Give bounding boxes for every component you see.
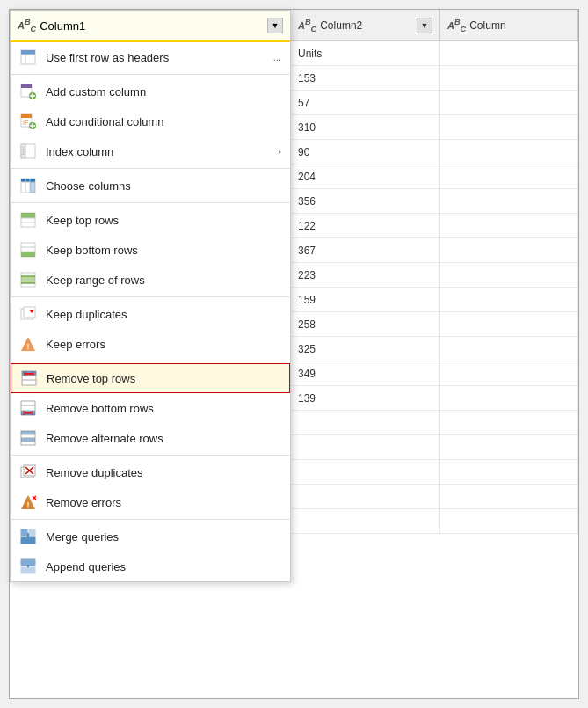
use-first-row-label: Use first row as headers <box>46 51 265 64</box>
menu-item-add-conditional-column[interactable]: IF Add conditional column <box>11 106 290 136</box>
keep-bottom-rows-label: Keep bottom rows <box>46 244 281 257</box>
col2-label: Column2 <box>320 19 413 32</box>
index-column-arrow: › <box>278 146 281 157</box>
svg-rect-56 <box>21 438 35 442</box>
col2-header[interactable]: ABC Column2 ▼ <box>291 10 440 40</box>
keep-range-of-rows-label: Keep range of rows <box>46 274 281 287</box>
col3-label: Column <box>469 19 570 32</box>
keep-errors-icon: ! <box>19 335 37 353</box>
menu-header-type-icon: ABC <box>18 18 36 33</box>
menu-item-add-custom-column[interactable]: Add custom column <box>11 77 290 106</box>
svg-text:IF: IF <box>23 120 28 126</box>
svg-rect-55 <box>21 431 35 434</box>
choose-columns-icon <box>19 177 37 194</box>
svg-rect-10 <box>21 114 32 118</box>
remove-duplicates-icon <box>19 463 37 481</box>
table-cell-r7-c1: 122 <box>291 214 440 237</box>
table-cell-r13-c2 <box>440 361 578 385</box>
svg-text:!: ! <box>27 500 30 509</box>
table-cell-r9-c1: 223 <box>291 263 440 287</box>
col2-dropdown-button[interactable]: ▼ <box>417 18 432 33</box>
table-cell-r18-c2 <box>440 485 578 508</box>
choose-columns-label: Choose columns <box>46 179 281 193</box>
svg-rect-70 <box>21 537 35 544</box>
table-cell-r17-c1 <box>291 460 440 484</box>
table-cell-r14-c1: 139 <box>291 386 440 410</box>
menu-item-remove-top-rows[interactable]: Remove top rows <box>11 363 290 393</box>
table-cell-r8-c2 <box>440 238 578 262</box>
menu-item-index-column[interactable]: 1 2 Index column› <box>11 136 290 166</box>
remove-bottom-rows-label: Remove bottom rows <box>46 402 281 415</box>
table-cell-r1-c2 <box>440 66 578 90</box>
remove-duplicates-label: Remove duplicates <box>46 466 281 479</box>
keep-duplicates-label: Keep duplicates <box>46 308 281 321</box>
menu-item-use-first-row[interactable]: Use first row as headers... <box>11 42 290 72</box>
svg-rect-1 <box>21 50 35 55</box>
table-cell-r10-c1: 159 <box>291 288 440 311</box>
svg-rect-72 <box>21 559 35 566</box>
menu-item-remove-bottom-rows[interactable]: Remove bottom rows <box>11 393 290 423</box>
svg-rect-5 <box>21 84 32 88</box>
table-cell-r3-c1: 310 <box>291 115 440 139</box>
menu-item-keep-errors[interactable]: ! Keep errors <box>11 329 290 359</box>
separator-7 <box>11 202 290 203</box>
merge-queries-label: Merge queries <box>46 530 281 544</box>
table-cell-r4-c2 <box>440 140 578 164</box>
separator-18 <box>11 455 290 456</box>
menu-item-append-queries[interactable]: Append queries <box>11 551 290 581</box>
keep-top-rows-icon <box>19 211 37 229</box>
menu-header: ABC Column1 ▼ <box>11 11 290 42</box>
table-cell-r4-c1: 90 <box>291 140 440 164</box>
menu-item-merge-queries[interactable]: Merge queries <box>11 522 290 551</box>
menu-item-keep-range-of-rows[interactable]: Keep range of rows <box>11 265 290 295</box>
table-cell-r11-c1: 258 <box>291 312 440 336</box>
menu-item-keep-top-rows[interactable]: Keep top rows <box>11 205 290 235</box>
table-cell-r19-c1 <box>291 509 440 533</box>
table-cell-r15-c2 <box>440 411 578 434</box>
table-cell-r6-c1: 356 <box>291 189 440 213</box>
menu-item-choose-columns[interactable]: Choose columns <box>11 171 290 201</box>
svg-rect-26 <box>21 213 35 218</box>
menu-item-remove-duplicates[interactable]: Remove duplicates <box>11 457 290 487</box>
col3-header[interactable]: ABC Column <box>440 10 578 40</box>
svg-rect-34 <box>21 276 35 283</box>
menu-item-keep-bottom-rows[interactable]: Keep bottom rows <box>11 235 290 265</box>
table-cell-r17-c2 <box>440 460 578 484</box>
menu-item-remove-errors[interactable]: ! Remove errors <box>11 487 290 517</box>
index-column-icon: 1 2 <box>19 142 37 160</box>
separator-21 <box>11 519 290 520</box>
svg-text:!: ! <box>27 342 30 351</box>
svg-rect-73 <box>21 567 35 573</box>
table-cell-r5-c2 <box>440 164 578 188</box>
table-cell-r2-c1: 57 <box>291 91 440 114</box>
separator-11 <box>11 296 290 297</box>
table-cell-r0-c2 <box>440 41 578 65</box>
table-cell-r18-c1 <box>291 485 440 508</box>
remove-top-rows-icon <box>20 369 38 387</box>
svg-rect-69 <box>29 529 35 536</box>
table-cell-r12-c1: 325 <box>291 337 440 361</box>
col2-type-icon: ABC <box>298 18 316 33</box>
menu-items-container: Use first row as headers... Add custom c… <box>11 42 290 581</box>
add-custom-column-label: Add custom column <box>46 85 281 99</box>
main-container: ABC Column1 ▼ ABC Column2 ▼ ABC Column C… <box>9 9 579 699</box>
add-conditional-column-icon: IF <box>19 113 37 130</box>
keep-bottom-rows-icon <box>19 241 37 259</box>
menu-header-dropdown[interactable]: ▼ <box>267 18 283 33</box>
table-cell-r14-c2 <box>440 386 578 410</box>
table-cell-r16-c2 <box>440 435 578 459</box>
table-cell-r1-c1: 153 <box>291 66 440 90</box>
table-cell-r6-c2 <box>440 189 578 213</box>
menu-item-keep-duplicates[interactable]: Keep duplicates <box>11 299 290 329</box>
table-cell-r19-c2 <box>440 509 578 533</box>
table-cell-r8-c1: 367 <box>291 238 440 262</box>
svg-text:2: 2 <box>22 150 25 156</box>
svg-rect-38 <box>24 307 35 318</box>
keep-range-of-rows-icon <box>19 271 37 288</box>
table-cell-r11-c2 <box>440 312 578 336</box>
remove-bottom-rows-icon <box>19 399 37 417</box>
col3-type-icon: ABC <box>447 18 466 33</box>
menu-item-remove-alternate-rows[interactable]: Remove alternate rows <box>11 423 290 453</box>
svg-rect-30 <box>21 252 35 257</box>
keep-duplicates-icon <box>19 305 37 323</box>
